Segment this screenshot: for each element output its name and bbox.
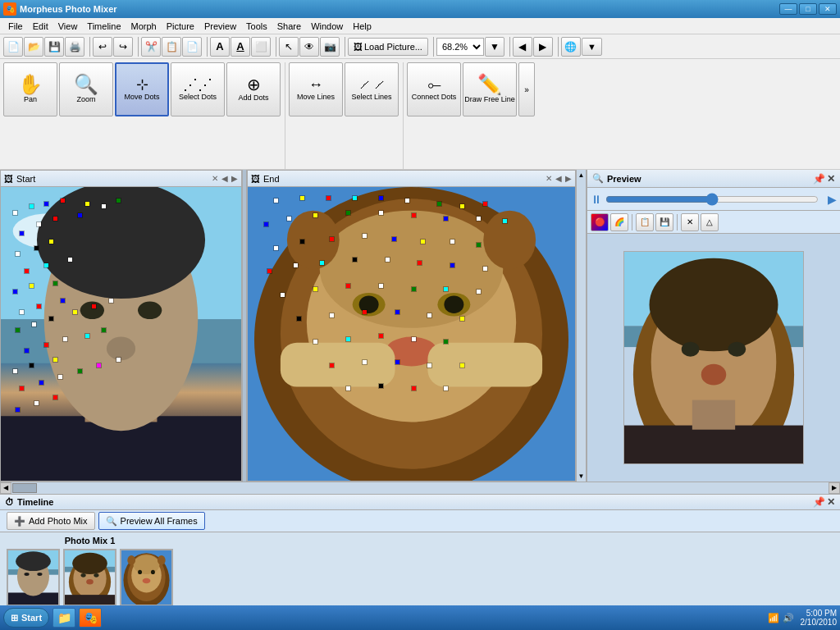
start-button[interactable]: ⊞ Start	[3, 608, 49, 628]
cursor-button[interactable]: ↖	[279, 37, 299, 57]
more-tools-button[interactable]: »	[518, 62, 535, 116]
svg-point-47	[72, 553, 107, 574]
extra-button[interactable]: ▼	[582, 38, 602, 56]
svg-rect-23	[427, 343, 542, 387]
print-button[interactable]: 🖨️	[65, 37, 84, 57]
menu-file[interactable]: File	[3, 20, 28, 33]
load-picture-button[interactable]: 🖼 Load Picture...	[348, 38, 428, 56]
text-b-button[interactable]: A	[231, 37, 250, 57]
preview-gradient-btn[interactable]: 🌈	[610, 213, 628, 231]
menu-help[interactable]: Help	[348, 20, 377, 33]
select-lines-tool[interactable]: ⟋⟋ Select Lines	[345, 62, 399, 116]
menu-view[interactable]: View	[53, 20, 83, 33]
save-button[interactable]: 💾	[44, 37, 64, 57]
menu-tools[interactable]: Tools	[241, 20, 272, 33]
end-image	[248, 187, 575, 481]
select-dots-tool[interactable]: ⋰⋰ Select Dots	[171, 62, 225, 116]
menu-share[interactable]: Share	[272, 20, 306, 33]
paste-button[interactable]: 📄	[182, 37, 202, 57]
preview-all-frames-button[interactable]: 🔍 Preview All Frames	[98, 512, 205, 530]
nav-right-button[interactable]: ▶	[533, 37, 553, 57]
preview-toolbar: 🔴 🌈 📋 💾 ✕ △	[587, 211, 840, 234]
preview-pin-icon[interactable]: 📌	[813, 173, 825, 185]
scroll-thumb[interactable]	[12, 483, 37, 493]
end-panel-icon: 🖼	[251, 174, 260, 184]
cut-button[interactable]: ✂️	[141, 37, 161, 57]
network-icon: 📶	[768, 613, 779, 623]
timeline-close-icon[interactable]: ✕	[827, 496, 835, 508]
text-a-button[interactable]: A	[210, 37, 230, 57]
redo-button[interactable]: ↪	[113, 37, 133, 57]
zoom-dropdown[interactable]: 68.2%	[436, 38, 484, 56]
nav-left-button[interactable]: ◀	[513, 37, 532, 57]
start-panel-nav-left[interactable]: ◀	[221, 174, 228, 183]
eye-button[interactable]: 👁	[299, 37, 319, 57]
main-content: 🖼 Start ✕ ◀ ▶	[0, 170, 840, 482]
menu-morph[interactable]: Morph	[126, 20, 162, 33]
end-panel-nav-left[interactable]: ◀	[555, 174, 562, 183]
start-panel-close[interactable]: ✕	[212, 174, 218, 183]
taskbar-app-icon[interactable]: 🎭	[79, 608, 102, 628]
move-lines-icon: ↔	[308, 77, 323, 92]
open-button[interactable]: 📂	[24, 37, 43, 57]
preview-play-button[interactable]: ▶	[828, 193, 837, 206]
vertical-scrollbar[interactable]: ▲ ▼	[576, 170, 586, 482]
taskbar: ⊞ Start 📁 🎭 📶 🔊 5:00 PM 2/10/2010	[0, 605, 840, 630]
end-panel-close[interactable]: ✕	[546, 174, 552, 183]
horizontal-scrollbar[interactable]: ◀ ▶	[0, 482, 840, 493]
taskbar-explorer-icon[interactable]: 📁	[52, 608, 75, 628]
menu-preview[interactable]: Preview	[199, 20, 241, 33]
preview-panel: 🔍 Preview 📌 ✕ ⏸ ▶ 🔴 🌈 📋 💾 ✕ △	[586, 170, 840, 482]
start-panel-nav-right[interactable]: ▶	[231, 174, 238, 183]
connect-dots-label: Connect Dots	[412, 94, 457, 102]
zoom-dropdown-arrow[interactable]: ▼	[485, 37, 504, 57]
connect-dots-tool[interactable]: ⟜ Connect Dots	[407, 62, 461, 116]
preview-delete-btn[interactable]: ✕	[681, 213, 699, 231]
preview-close-icon[interactable]: ✕	[827, 173, 835, 185]
minimize-button[interactable]: —	[779, 3, 797, 15]
preview-copy-btn[interactable]: 📋	[636, 213, 654, 231]
zoom-tool[interactable]: 🔍 Zoom	[59, 62, 113, 116]
add-dots-tool[interactable]: ⊕ Add Dots	[226, 62, 281, 116]
globe-button[interactable]: 🌐	[561, 37, 581, 57]
new-button[interactable]: 📄	[3, 37, 23, 57]
maximize-button[interactable]: □	[799, 3, 817, 15]
add-photo-mix-icon: ➕	[14, 516, 25, 527]
preview-color-btn[interactable]: 🔴	[591, 213, 609, 231]
timeline-pin-icon[interactable]: 📌	[813, 496, 825, 508]
scroll-left-arrow[interactable]: ◀	[0, 482, 11, 494]
preview-image-area	[587, 234, 840, 482]
scroll-up-arrow[interactable]: ▲	[577, 170, 587, 180]
square-button[interactable]: ⬜	[251, 37, 271, 57]
start-thumbnail[interactable]	[7, 549, 60, 606]
morph-thumbnail[interactable]	[63, 549, 116, 606]
svg-point-48	[81, 573, 86, 578]
copy-button[interactable]: 📋	[162, 37, 181, 57]
scroll-down-arrow[interactable]: ▼	[577, 471, 587, 482]
add-photo-mix-button[interactable]: ➕ Add Photo Mix	[7, 512, 95, 530]
scroll-right-arrow[interactable]: ▶	[829, 482, 840, 494]
svg-point-50	[86, 579, 94, 585]
menu-window[interactable]: Window	[306, 20, 348, 33]
end-thumbnail[interactable]	[120, 549, 173, 606]
undo-button[interactable]: ↩	[93, 37, 112, 57]
close-button[interactable]: ✕	[819, 3, 837, 15]
preview-slider[interactable]	[605, 193, 819, 206]
pan-label: Pan	[24, 96, 37, 104]
start-panel: 🖼 Start ✕ ◀ ▶	[0, 170, 242, 482]
move-dots-tool[interactable]: ⊹ Move Dots	[115, 62, 169, 116]
preview-pause-button[interactable]: ⏸	[591, 193, 602, 206]
preview-image	[623, 251, 804, 464]
camera-button[interactable]: 📷	[320, 37, 340, 57]
title-bar-controls[interactable]: — □ ✕	[779, 3, 837, 15]
menu-picture[interactable]: Picture	[162, 20, 199, 33]
connect-dots-icon: ⟜	[427, 77, 441, 92]
menu-edit[interactable]: Edit	[28, 20, 53, 33]
preview-triangle-btn[interactable]: △	[701, 213, 719, 231]
menu-timeline[interactable]: Timeline	[82, 20, 126, 33]
draw-free-line-tool[interactable]: ✏️ Draw Free Line	[463, 62, 517, 116]
move-lines-tool[interactable]: ↔ Move Lines	[289, 62, 343, 116]
preview-save-btn[interactable]: 💾	[655, 213, 673, 231]
end-panel-nav-right[interactable]: ▶	[565, 174, 572, 183]
pan-tool[interactable]: ✋ Pan	[3, 62, 57, 116]
